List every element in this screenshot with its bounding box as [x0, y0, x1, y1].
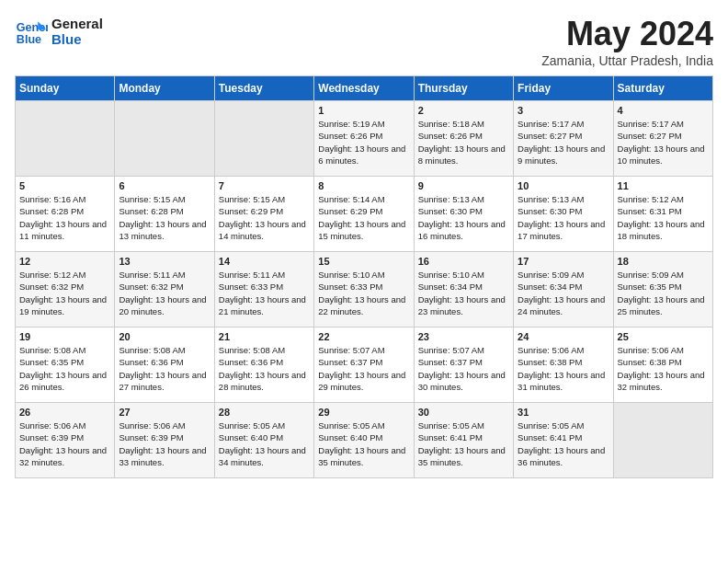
- header: General Blue General Blue May 2024 Zaman…: [15, 15, 713, 68]
- calendar-cell: 10Sunrise: 5:13 AM Sunset: 6:30 PM Dayli…: [514, 177, 613, 252]
- day-number: 14: [219, 256, 310, 267]
- day-info: Sunrise: 5:15 AM Sunset: 6:28 PM Dayligh…: [119, 193, 210, 242]
- calendar-cell: 3Sunrise: 5:17 AM Sunset: 6:27 PM Daylig…: [514, 101, 613, 177]
- calendar-cell: 12Sunrise: 5:12 AM Sunset: 6:32 PM Dayli…: [16, 252, 115, 327]
- calendar-cell: 27Sunrise: 5:06 AM Sunset: 6:39 PM Dayli…: [115, 403, 214, 478]
- logo-icon: General Blue: [15, 15, 48, 48]
- day-info: Sunrise: 5:10 AM Sunset: 6:34 PM Dayligh…: [418, 269, 509, 317]
- calendar-cell: [613, 403, 712, 478]
- header-row: SundayMondayTuesdayWednesdayThursdayFrid…: [16, 76, 713, 101]
- day-info: Sunrise: 5:17 AM Sunset: 6:27 PM Dayligh…: [518, 118, 609, 167]
- day-number: 21: [219, 331, 310, 342]
- header-day: Wednesday: [314, 76, 414, 101]
- day-info: Sunrise: 5:07 AM Sunset: 6:37 PM Dayligh…: [418, 344, 509, 393]
- calendar-week-row: 12Sunrise: 5:12 AM Sunset: 6:32 PM Dayli…: [16, 252, 713, 327]
- calendar-cell: 9Sunrise: 5:13 AM Sunset: 6:30 PM Daylig…: [414, 177, 513, 252]
- header-day: Sunday: [16, 76, 115, 101]
- calendar-cell: 7Sunrise: 5:15 AM Sunset: 6:29 PM Daylig…: [214, 177, 313, 252]
- calendar-cell: [16, 101, 115, 177]
- calendar-cell: 4Sunrise: 5:17 AM Sunset: 6:27 PM Daylig…: [613, 101, 712, 177]
- calendar-table: SundayMondayTuesdayWednesdayThursdayFrid…: [15, 75, 713, 478]
- day-info: Sunrise: 5:16 AM Sunset: 6:28 PM Dayligh…: [19, 193, 110, 242]
- day-number: 16: [418, 256, 509, 267]
- day-number: 31: [518, 407, 609, 418]
- calendar-cell: 13Sunrise: 5:11 AM Sunset: 6:32 PM Dayli…: [115, 252, 214, 327]
- day-info: Sunrise: 5:11 AM Sunset: 6:32 PM Dayligh…: [119, 269, 210, 317]
- day-number: 29: [318, 407, 409, 418]
- day-info: Sunrise: 5:06 AM Sunset: 6:38 PM Dayligh…: [518, 344, 609, 393]
- day-info: Sunrise: 5:05 AM Sunset: 6:41 PM Dayligh…: [418, 419, 509, 468]
- day-info: Sunrise: 5:10 AM Sunset: 6:33 PM Dayligh…: [318, 269, 409, 317]
- calendar-cell: 26Sunrise: 5:06 AM Sunset: 6:39 PM Dayli…: [16, 403, 115, 478]
- calendar-cell: 2Sunrise: 5:18 AM Sunset: 6:26 PM Daylig…: [414, 101, 513, 177]
- calendar-cell: 21Sunrise: 5:08 AM Sunset: 6:36 PM Dayli…: [214, 327, 313, 403]
- day-info: Sunrise: 5:12 AM Sunset: 6:31 PM Dayligh…: [618, 193, 709, 242]
- calendar-cell: 1Sunrise: 5:19 AM Sunset: 6:26 PM Daylig…: [314, 101, 414, 177]
- day-info: Sunrise: 5:09 AM Sunset: 6:34 PM Dayligh…: [518, 269, 609, 317]
- day-number: 18: [618, 256, 709, 267]
- month-title: May 2024: [541, 15, 713, 53]
- day-info: Sunrise: 5:05 AM Sunset: 6:41 PM Dayligh…: [518, 419, 609, 468]
- calendar-cell: 25Sunrise: 5:06 AM Sunset: 6:38 PM Dayli…: [613, 327, 712, 403]
- day-info: Sunrise: 5:14 AM Sunset: 6:29 PM Dayligh…: [318, 193, 409, 242]
- day-info: Sunrise: 5:07 AM Sunset: 6:37 PM Dayligh…: [318, 344, 409, 393]
- header-day: Thursday: [414, 76, 513, 101]
- day-info: Sunrise: 5:15 AM Sunset: 6:29 PM Dayligh…: [219, 193, 310, 242]
- day-info: Sunrise: 5:06 AM Sunset: 6:38 PM Dayligh…: [618, 344, 709, 393]
- header-day: Tuesday: [214, 76, 313, 101]
- day-info: Sunrise: 5:06 AM Sunset: 6:39 PM Dayligh…: [19, 419, 110, 468]
- day-number: 28: [219, 407, 310, 418]
- calendar-week-row: 5Sunrise: 5:16 AM Sunset: 6:28 PM Daylig…: [16, 177, 713, 252]
- calendar-cell: 19Sunrise: 5:08 AM Sunset: 6:35 PM Dayli…: [16, 327, 115, 403]
- day-number: 3: [518, 105, 609, 116]
- day-number: 15: [318, 256, 409, 267]
- header-day: Saturday: [613, 76, 712, 101]
- day-number: 10: [518, 180, 609, 191]
- calendar-cell: [115, 101, 214, 177]
- day-number: 25: [618, 331, 709, 342]
- day-info: Sunrise: 5:09 AM Sunset: 6:35 PM Dayligh…: [618, 269, 709, 317]
- svg-text:Blue: Blue: [17, 33, 41, 46]
- calendar-cell: 11Sunrise: 5:12 AM Sunset: 6:31 PM Dayli…: [613, 177, 712, 252]
- day-info: Sunrise: 5:11 AM Sunset: 6:33 PM Dayligh…: [219, 269, 310, 317]
- day-info: Sunrise: 5:08 AM Sunset: 6:36 PM Dayligh…: [119, 344, 210, 393]
- day-number: 4: [618, 105, 709, 116]
- calendar-cell: [214, 101, 313, 177]
- day-number: 6: [119, 180, 210, 191]
- day-number: 5: [19, 180, 110, 191]
- day-info: Sunrise: 5:12 AM Sunset: 6:32 PM Dayligh…: [19, 269, 110, 317]
- day-number: 26: [19, 407, 110, 418]
- header-day: Monday: [115, 76, 214, 101]
- day-number: 23: [418, 331, 509, 342]
- day-info: Sunrise: 5:05 AM Sunset: 6:40 PM Dayligh…: [318, 419, 409, 468]
- calendar-cell: 28Sunrise: 5:05 AM Sunset: 6:40 PM Dayli…: [214, 403, 313, 478]
- day-info: Sunrise: 5:08 AM Sunset: 6:35 PM Dayligh…: [19, 344, 110, 393]
- calendar-cell: 15Sunrise: 5:10 AM Sunset: 6:33 PM Dayli…: [314, 252, 414, 327]
- calendar-cell: 29Sunrise: 5:05 AM Sunset: 6:40 PM Dayli…: [314, 403, 414, 478]
- day-info: Sunrise: 5:13 AM Sunset: 6:30 PM Dayligh…: [418, 193, 509, 242]
- calendar-cell: 31Sunrise: 5:05 AM Sunset: 6:41 PM Dayli…: [514, 403, 613, 478]
- day-info: Sunrise: 5:08 AM Sunset: 6:36 PM Dayligh…: [219, 344, 310, 393]
- calendar-week-row: 1Sunrise: 5:19 AM Sunset: 6:26 PM Daylig…: [16, 101, 713, 177]
- calendar-cell: 23Sunrise: 5:07 AM Sunset: 6:37 PM Dayli…: [414, 327, 513, 403]
- day-number: 20: [119, 331, 210, 342]
- calendar-cell: 17Sunrise: 5:09 AM Sunset: 6:34 PM Dayli…: [514, 252, 613, 327]
- logo: General Blue General Blue: [15, 15, 103, 48]
- day-info: Sunrise: 5:06 AM Sunset: 6:39 PM Dayligh…: [119, 419, 210, 468]
- calendar-cell: 5Sunrise: 5:16 AM Sunset: 6:28 PM Daylig…: [16, 177, 115, 252]
- calendar-cell: 24Sunrise: 5:06 AM Sunset: 6:38 PM Dayli…: [514, 327, 613, 403]
- calendar-cell: 18Sunrise: 5:09 AM Sunset: 6:35 PM Dayli…: [613, 252, 712, 327]
- calendar-cell: 16Sunrise: 5:10 AM Sunset: 6:34 PM Dayli…: [414, 252, 513, 327]
- day-info: Sunrise: 5:05 AM Sunset: 6:40 PM Dayligh…: [219, 419, 310, 468]
- header-day: Friday: [514, 76, 613, 101]
- day-number: 8: [318, 180, 409, 191]
- day-number: 1: [318, 105, 409, 116]
- day-number: 19: [19, 331, 110, 342]
- day-info: Sunrise: 5:17 AM Sunset: 6:27 PM Dayligh…: [618, 118, 709, 167]
- day-number: 30: [418, 407, 509, 418]
- day-number: 9: [418, 180, 509, 191]
- logo-line1: General: [51, 16, 103, 31]
- title-area: May 2024 Zamania, Uttar Pradesh, India: [541, 15, 713, 68]
- calendar-cell: 20Sunrise: 5:08 AM Sunset: 6:36 PM Dayli…: [115, 327, 214, 403]
- calendar-week-row: 19Sunrise: 5:08 AM Sunset: 6:35 PM Dayli…: [16, 327, 713, 403]
